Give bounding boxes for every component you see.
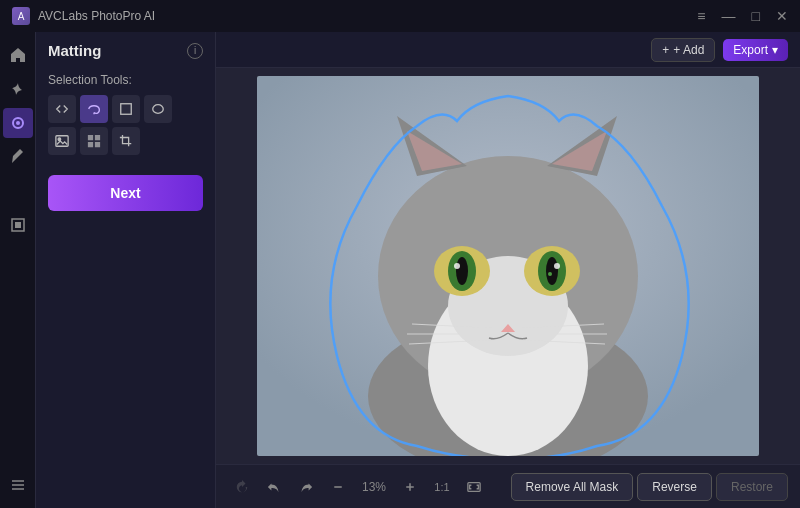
sidebar-item-matting[interactable]: [3, 108, 33, 138]
svg-point-1: [16, 121, 20, 125]
fit-screen-btn[interactable]: [460, 473, 488, 501]
panel-title: Matting: [48, 42, 101, 59]
sidebar-item-home[interactable]: [3, 40, 33, 70]
image-frame: [257, 76, 759, 456]
add-button[interactable]: + + Add: [651, 38, 715, 62]
maximize-icon[interactable]: □: [752, 8, 760, 24]
tools-grid: [36, 95, 215, 167]
bottom-toolbar: 13% 1:1 Remove All Mask Reverse Restore: [216, 464, 800, 508]
main-layout: Matting i Selection Tools:: [0, 32, 800, 508]
refresh-btn[interactable]: [228, 473, 256, 501]
crop-tool-btn[interactable]: [112, 127, 140, 155]
one-to-one-label: 1:1: [434, 481, 449, 493]
next-button[interactable]: Next: [48, 175, 203, 211]
svg-rect-6: [56, 136, 68, 147]
lasso-tool-btn[interactable]: [80, 95, 108, 123]
sidebar-item-settings[interactable]: [3, 470, 33, 500]
titlebar: A AVCLabs PhotoPro AI ≡ — □ ✕: [0, 0, 800, 32]
app-icon: A: [12, 7, 30, 25]
minimize-icon[interactable]: —: [722, 8, 736, 24]
export-label: Export: [733, 43, 768, 57]
sidebar-item-retouch[interactable]: [3, 142, 33, 172]
link-tool-btn[interactable]: [48, 95, 76, 123]
chevron-down-icon: ▾: [772, 43, 778, 57]
selection-tools-label: Selection Tools:: [36, 69, 215, 95]
svg-point-24: [554, 263, 560, 269]
one-to-one-btn[interactable]: 1:1: [428, 473, 456, 501]
svg-point-5: [153, 105, 164, 114]
sidebar-item-stamp[interactable]: [3, 210, 33, 240]
close-icon[interactable]: ✕: [776, 8, 788, 24]
plus-icon: +: [662, 43, 669, 57]
remove-all-mask-button[interactable]: Remove All Mask: [511, 473, 634, 501]
top-bar: + + Add Export ▾: [216, 32, 800, 68]
grid-tool-btn[interactable]: [80, 127, 108, 155]
redo-btn[interactable]: [292, 473, 320, 501]
app-name: AVCLabs PhotoPro AI: [38, 9, 155, 23]
sidebar-item-enhance[interactable]: [3, 176, 33, 206]
svg-rect-3: [15, 222, 21, 228]
svg-point-25: [548, 272, 552, 276]
info-icon[interactable]: i: [187, 43, 203, 59]
reverse-button[interactable]: Reverse: [637, 473, 712, 501]
panel: Matting i Selection Tools:: [36, 32, 216, 508]
ellipse-select-tool-btn[interactable]: [144, 95, 172, 123]
zoom-in-btn[interactable]: [396, 473, 424, 501]
svg-point-19: [456, 257, 468, 285]
zoom-level: 13%: [356, 480, 392, 494]
canvas-area: + + Add Export ▾: [216, 32, 800, 508]
add-label: + Add: [673, 43, 704, 57]
svg-rect-4: [121, 104, 132, 115]
export-button[interactable]: Export ▾: [723, 39, 788, 61]
titlebar-controls[interactable]: ≡ — □ ✕: [697, 8, 788, 24]
panel-header: Matting i: [36, 32, 215, 69]
restore-button[interactable]: Restore: [716, 473, 788, 501]
rect-select-tool-btn[interactable]: [112, 95, 140, 123]
sidebar-item-magic[interactable]: [3, 74, 33, 104]
undo-btn[interactable]: [260, 473, 288, 501]
svg-point-20: [454, 263, 460, 269]
canvas-container[interactable]: [216, 68, 800, 464]
icon-sidebar: [0, 32, 36, 508]
titlebar-left: A AVCLabs PhotoPro AI: [12, 7, 155, 25]
menu-icon[interactable]: ≡: [697, 8, 705, 24]
zoom-out-btn[interactable]: [324, 473, 352, 501]
svg-point-23: [546, 257, 558, 285]
image-select-tool-btn[interactable]: [48, 127, 76, 155]
